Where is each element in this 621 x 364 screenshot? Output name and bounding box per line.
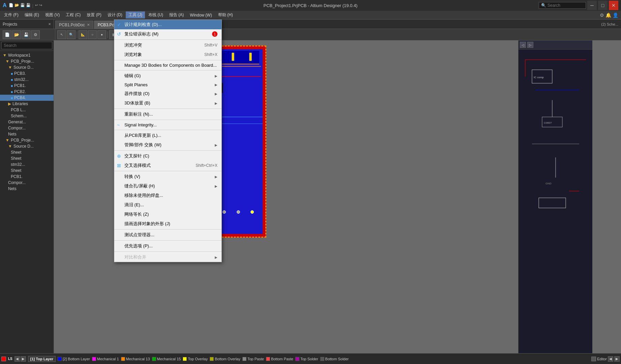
dropdown-update-from-pcb[interactable]: 从PCB库更新 (L)... — [114, 131, 221, 140]
menu-project[interactable]: 工程 (C) — [63, 11, 83, 19]
layer-mech1[interactable]: Mechanical 1 — [92, 357, 119, 361]
tree-libraries[interactable]: ▶ Libraries — [0, 101, 54, 107]
dropdown-3d-place[interactable]: 3D体放置 (B) ▶ — [114, 98, 221, 108]
tree-source2[interactable]: ▼ Source D... — [0, 143, 54, 149]
menu-place[interactable]: 放置 (P) — [84, 11, 104, 19]
global-search-box[interactable]: 🔍 — [539, 2, 586, 9]
tab-pcb1-close[interactable]: ✕ — [87, 23, 90, 27]
menu-routing[interactable]: 布线 (U) — [146, 11, 166, 19]
schematic-nav-left[interactable]: ◁ — [520, 42, 526, 48]
layer-top-overlay[interactable]: Top Overlay — [183, 357, 208, 361]
dropdown-browse-conflicts[interactable]: 浏览冲突 Shift+V — [114, 40, 221, 50]
settings-icon[interactable]: ⚙ — [600, 12, 604, 18]
dropdown-signal-integrity[interactable]: ~ Signal Integrity... — [114, 121, 221, 129]
close-button[interactable]: ✕ — [609, 1, 618, 10]
layer-scroll-right[interactable]: ▶ — [614, 356, 620, 362]
save-icon[interactable]: 💾 — [20, 3, 25, 8]
tree-nets[interactable]: Nets — [0, 131, 54, 137]
zoom-in-btn[interactable]: 🔍 — [67, 30, 76, 39]
layer-bottom-overlay[interactable]: Bottom Overlay — [210, 357, 240, 361]
dropdown-preferences[interactable]: 优先选项 (P)... — [114, 241, 221, 251]
tree-pcb3[interactable]: ■ PCB3. — [0, 70, 54, 77]
tree-stm32b[interactable]: stm32... — [0, 161, 54, 168]
layer-bottom-solder[interactable]: Bottom Solder — [320, 357, 349, 361]
menu-file[interactable]: 文件 (F) — [1, 11, 21, 19]
tree-generat[interactable]: Generat... — [0, 119, 54, 125]
dropdown-pin-component-swap[interactable]: 管脚/部件 交换 (W) ▶ — [114, 140, 221, 150]
save-project-btn[interactable]: 💾 — [22, 30, 30, 39]
menu-tools[interactable]: 工具 (J) — [126, 11, 145, 19]
tree-nets2[interactable]: Nets — [0, 186, 54, 192]
layer-bottom-paste[interactable]: Bottom Paste — [266, 357, 293, 361]
layer-top-solder[interactable]: Top Solder — [295, 357, 318, 361]
dropdown-cross-select[interactable]: ⊠ 交叉选择模式 Shift+Ctrl+X — [114, 161, 221, 170]
route-btn[interactable]: 📐 — [79, 30, 87, 39]
dropdown-stitch-fanout[interactable]: 缝合孔/屏蔽 (H) ▶ — [114, 181, 221, 191]
minimize-button[interactable]: ─ — [587, 1, 597, 10]
dropdown-net-equalize[interactable]: 网络等长 (Z) — [114, 210, 221, 219]
dropdown-teardrops[interactable]: 滴泪 (E)... — [114, 200, 221, 210]
tree-schen[interactable]: Schem... — [0, 113, 54, 119]
global-search-input[interactable] — [548, 3, 581, 8]
tree-sheet2[interactable]: Sheet — [0, 155, 54, 161]
open-project-btn[interactable]: 📂 — [12, 30, 21, 39]
dropdown-outline[interactable]: 描画选择对象的外形 (J) — [114, 219, 221, 229]
schematic-canvas[interactable]: IC comp C0607 GND — [519, 50, 592, 218]
projects-close-icon[interactable]: ✕ — [48, 22, 51, 26]
open-icon[interactable]: 📂 — [14, 3, 19, 8]
menu-help[interactable]: 帮助 (H) — [215, 11, 236, 19]
dropdown-cross-probe[interactable]: ⊕ 交叉探针 (C) — [114, 151, 221, 161]
undo-icon[interactable]: ↩ — [35, 3, 38, 8]
dropdown-reset-errors[interactable]: ↺ 复位错误标志 (M) 1 — [114, 29, 221, 39]
layer-top-paste[interactable]: Top Paste — [242, 357, 264, 361]
menu-edit[interactable]: 编辑 (E) — [22, 11, 42, 19]
tree-compor[interactable]: Compor... — [0, 125, 54, 131]
dropdown-reset-labels[interactable]: 重新标注 (N)... — [114, 110, 221, 119]
tree-sheet3[interactable]: Sheet — [0, 168, 54, 174]
tree-pcb-l[interactable]: PCB L... — [0, 107, 54, 113]
dropdown-drc[interactable]: ✓ 设计规则检查 (D)... — [114, 20, 221, 29]
layer-bottom[interactable]: [2] Bottom Layer — [58, 357, 90, 361]
editor-label[interactable]: Editor — [597, 357, 607, 361]
active-layer-display[interactable]: [1] Top Layer — [28, 356, 56, 362]
tree-pcb-proj1[interactable]: ▼ PCB_Proje... — [0, 58, 54, 64]
tree-pcb1b[interactable]: PCB1. — [0, 174, 54, 180]
layer-next-btn[interactable]: ▶ — [21, 356, 26, 362]
dropdown-split-planes[interactable]: Split Planes ▶ — [114, 81, 221, 89]
dropdown-remove-unused[interactable]: 移除未使用的焊盘... — [114, 191, 221, 200]
dropdown-testpoint[interactable]: 测试点管理器... — [114, 230, 221, 240]
settings-project-btn[interactable]: ⚙ — [31, 30, 40, 39]
redo-icon[interactable]: ↪ — [39, 3, 42, 8]
tree-pcb-proj2[interactable]: ▼ PCB_Proje... — [0, 137, 54, 143]
menu-view[interactable]: 视图 (V) — [42, 11, 62, 19]
tree-pcb4[interactable]: ■ PCB4. — [0, 95, 54, 101]
new-project-btn[interactable]: 📄 — [3, 30, 11, 39]
dropdown-copper[interactable]: 铺铜 (G) ▶ — [114, 71, 221, 81]
tree-pcb2[interactable]: ■ PCB2. — [0, 89, 54, 95]
layer-prev-btn[interactable]: ◀ — [14, 356, 20, 362]
layer-mech13[interactable]: Mechanical 13 — [121, 357, 150, 361]
user-icon[interactable]: 👤 — [613, 12, 618, 18]
dropdown-convert[interactable]: 转换 (V) ▶ — [114, 172, 221, 181]
dropdown-browse-objects[interactable]: 浏览对象 Shift+X — [114, 50, 221, 59]
dropdown-manage-3d[interactable]: Manage 3D Bodies for Components on Board… — [114, 61, 221, 69]
menu-report[interactable]: 报告 (A) — [167, 11, 186, 19]
restore-button[interactable]: □ — [598, 1, 608, 10]
tree-compor2[interactable]: Compor... — [0, 180, 54, 186]
tree-sheet1[interactable]: Sheet — [0, 149, 54, 155]
tree-workspace1[interactable]: ▼ Workspace1 — [0, 52, 54, 58]
dropdown-component-place[interactable]: 器件摆放 (O) ▶ — [114, 89, 221, 98]
tree-pcb1[interactable]: ■ PCB1. — [0, 83, 54, 89]
tab-pcb1[interactable]: PCB1.PcbDoc ✕ — [55, 21, 93, 29]
tree-stm32[interactable]: ■ stm32... — [0, 77, 54, 83]
layer-scroll-left[interactable]: ◀ — [608, 356, 613, 362]
layer-mech15[interactable]: Mechanical 15 — [152, 357, 181, 361]
menu-window[interactable]: Window (W) — [187, 12, 214, 18]
new-icon[interactable]: 📄 — [9, 3, 13, 8]
notifications-icon[interactable]: 🔔 — [605, 12, 611, 18]
menu-design[interactable]: 设计 (D) — [105, 11, 125, 19]
place-btn[interactable]: ○ — [88, 30, 97, 39]
via-btn[interactable]: ● — [97, 30, 106, 39]
tree-source1[interactable]: ▼ Source D... — [0, 64, 54, 70]
save-all-icon[interactable]: 💾 — [26, 3, 31, 8]
